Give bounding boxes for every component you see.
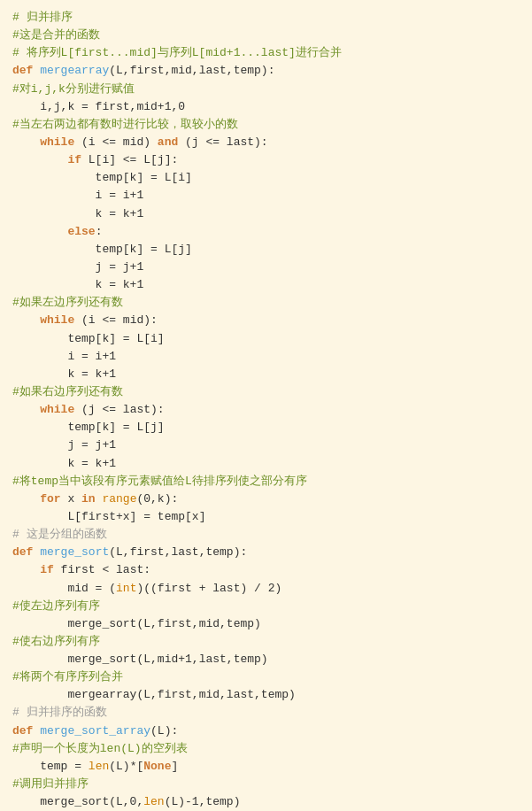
- code-line: k = k+1: [12, 455, 520, 473]
- code-line: while (i <= mid) and (j <= last):: [12, 134, 520, 151]
- code-line: if first < last:: [12, 561, 520, 579]
- code-line: # 归并排序: [12, 9, 520, 27]
- code-line: def mergearray(L,first,mid,last,temp):: [12, 62, 520, 80]
- code-line: #使右边序列有序: [12, 633, 520, 651]
- code-line: k = k+1: [12, 205, 520, 223]
- code-line: merge_sort(L,0,len(L)-1,temp): [12, 793, 520, 811]
- code-line: #使左边序列有序: [12, 598, 520, 615]
- code-line: i = i+1: [12, 187, 520, 205]
- code-line: merge_sort(L,mid+1,last,temp): [12, 651, 520, 668]
- code-line: #当左右两边都有数时进行比较，取较小的数: [12, 116, 520, 134]
- code-block: # 归并排序#这是合并的函数# 将序列L[first...mid]与序列L[mi…: [0, 0, 532, 811]
- code-line: #这是合并的函数: [12, 27, 520, 44]
- code-line: else:: [12, 223, 520, 241]
- code-line: # 归并排序的函数: [12, 704, 520, 722]
- code-line: #声明一个长度为len(L)的空列表: [12, 740, 520, 758]
- code-line: while (i <= mid):: [12, 312, 520, 329]
- code-line: # 这是分组的函数: [12, 526, 520, 544]
- code-line: while (j <= last):: [12, 401, 520, 419]
- code-line: def merge_sort(L,first,last,temp):: [12, 544, 520, 561]
- code-line: k = k+1: [12, 276, 520, 294]
- code-line: for x in range(0,k):: [12, 490, 520, 508]
- code-line: j = j+1: [12, 259, 520, 276]
- code-line: temp = len(L)*[None]: [12, 758, 520, 776]
- code-line: mid = (int)((first + last) / 2): [12, 580, 520, 598]
- code-line: i,j,k = first,mid+1,0: [12, 98, 520, 116]
- code-line: #如果右边序列还有数: [12, 383, 520, 401]
- code-line: # 将序列L[first...mid]与序列L[mid+1...last]进行合…: [12, 44, 520, 62]
- code-line: merge_sort(L,first,mid,temp): [12, 615, 520, 633]
- code-line: #将temp当中该段有序元素赋值给L待排序列使之部分有序: [12, 473, 520, 490]
- code-line: temp[k] = L[j]: [12, 241, 520, 259]
- code-line: temp[k] = L[i]: [12, 169, 520, 187]
- code-line: if L[i] <= L[j]:: [12, 151, 520, 169]
- code-line: #将两个有序序列合并: [12, 668, 520, 686]
- code-line: temp[k] = L[j]: [12, 419, 520, 436]
- code-line: mergearray(L,first,mid,last,temp): [12, 686, 520, 704]
- code-line: i = i+1: [12, 348, 520, 366]
- code-line: L[first+x] = temp[x]: [12, 508, 520, 526]
- code-line: temp[k] = L[i]: [12, 330, 520, 348]
- code-line: #如果左边序列还有数: [12, 294, 520, 312]
- code-line: #调用归并排序: [12, 776, 520, 793]
- code-line: j = j+1: [12, 436, 520, 454]
- code-line: k = k+1: [12, 366, 520, 383]
- code-line: #对i,j,k分别进行赋值: [12, 81, 520, 98]
- code-line: def merge_sort_array(L):: [12, 722, 520, 740]
